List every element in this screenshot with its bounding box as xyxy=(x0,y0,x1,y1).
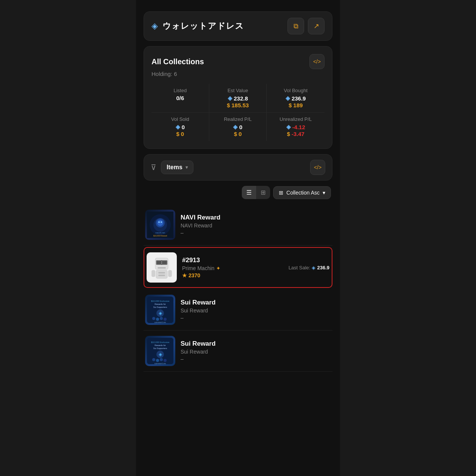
realized-pl-eth: 0 xyxy=(239,124,242,130)
stat-listed-value: 0/6 xyxy=(155,95,206,101)
sort-label: Collection Asc xyxy=(286,190,320,196)
last-sale-eth-icon: ◈ xyxy=(312,265,315,270)
stat-vol-bought-label: Vol Bought xyxy=(270,88,321,93)
svg-point-41 xyxy=(156,359,159,362)
view-toggle: ☰ ⊞ xyxy=(242,186,270,199)
svg-point-5 xyxy=(158,221,160,223)
vol-bought-eth: 236.9 xyxy=(292,95,306,102)
est-value-usd: 185.53 xyxy=(232,102,249,108)
collections-title: All Collections xyxy=(151,57,204,66)
list-view-button[interactable]: ☰ xyxy=(242,186,256,199)
svg-rect-19 xyxy=(168,270,172,277)
star-icon: ★ xyxy=(182,272,187,278)
stat-realized-pl: Realized P/L ◈ 0 $ 0 xyxy=(209,113,267,141)
nft-collection-sui1: Sui Reward xyxy=(181,308,331,314)
svg-point-31 xyxy=(160,317,163,320)
nft-name-prime: #2913 xyxy=(182,257,283,264)
usd-icon-3: $ xyxy=(176,131,179,137)
vol-sold-usd: 0 xyxy=(181,131,184,137)
nft-dash-sui2: – xyxy=(181,356,331,362)
collections-header: All Collections </> xyxy=(151,54,325,69)
svg-text:$10,000 Exclusive: $10,000 Exclusive xyxy=(151,300,170,302)
nft-items-list: navxfi.net $10,000 Reward NAVI Reward NA… xyxy=(144,204,332,372)
last-sale-value: 236.9 xyxy=(317,265,329,270)
nft-dash-navi: – xyxy=(181,230,331,236)
header-left: ◈ ウォレットアドレス xyxy=(151,20,244,32)
stat-unrealized-pl: Unrealized P/L ◈ -4.12 $ -3.47 xyxy=(267,113,325,141)
copy-button[interactable]: ⧉ xyxy=(287,18,304,34)
vol-bought-usd: 189 xyxy=(293,102,303,108)
stat-listed: Listed 0/6 xyxy=(151,84,209,113)
copy-icon: ⧉ xyxy=(294,22,298,30)
eth-icon-3: ◈ xyxy=(176,124,180,130)
nft-thumb-sui1: $10,000 Exclusive Rewards for Sui Suppor… xyxy=(145,295,175,325)
usd-icon: $ xyxy=(227,102,230,108)
unrealized-pl-usd: -3.47 xyxy=(292,131,304,137)
nft-name-sui1: Sui Reward xyxy=(181,299,331,306)
nft-name-navi: NAVI Reward xyxy=(181,214,331,221)
collections-embed-button[interactable]: </> xyxy=(309,54,325,69)
stat-unrealized-pl-values: ◈ -4.12 $ -3.47 xyxy=(270,124,321,137)
nft-item-navi[interactable]: navxfi.net $10,000 Reward NAVI Reward NA… xyxy=(144,204,332,246)
stat-est-value: Est Value ◈ 232.8 $ 185.53 xyxy=(209,84,267,113)
stat-vol-bought-values: ◈ 236.9 $ 189 xyxy=(270,95,321,108)
filter-embed-icon: </> xyxy=(314,164,321,170)
nft-thumb-prime xyxy=(147,252,177,283)
stat-vol-bought: Vol Bought ◈ 236.9 $ 189 xyxy=(267,84,325,113)
header-actions: ⧉ ↗ xyxy=(287,18,325,34)
svg-point-6 xyxy=(161,221,162,223)
eth-icon-2: ◈ xyxy=(286,95,290,102)
nft-name-sui2: Sui Reward xyxy=(181,340,331,348)
svg-text:Sui Supporters: Sui Supporters xyxy=(153,347,167,349)
stat-vol-sold-values: ◈ 0 $ 0 xyxy=(155,124,206,137)
phone-container: ◈ ウォレットアドレス ⧉ ↗ All Collections </> Hold… xyxy=(136,0,340,476)
items-dropdown[interactable]: Items ▾ xyxy=(161,161,193,174)
svg-rect-21 xyxy=(158,275,165,276)
svg-rect-17 xyxy=(156,270,167,278)
nft-rank-prime: ★ 2370 xyxy=(182,272,283,278)
stat-listed-label: Listed xyxy=(155,88,206,93)
svg-rect-20 xyxy=(158,272,165,274)
nft-item-prime[interactable]: #2913 Prime Machin ✦ ★ 2370 Last Sale: ◈… xyxy=(144,247,332,288)
svg-text:◈: ◈ xyxy=(159,311,162,316)
stat-realized-pl-values: ◈ 0 $ 0 xyxy=(212,124,264,137)
filter-icon[interactable]: ⊽ xyxy=(151,163,156,172)
grid-view-button[interactable]: ⊞ xyxy=(256,186,270,199)
est-value-eth: 232.8 xyxy=(234,95,248,102)
usd-icon-4: $ xyxy=(234,131,237,137)
realized-pl-usd: 0 xyxy=(238,131,241,137)
filter-left: ⊽ Items ▾ xyxy=(151,161,193,174)
nft-thumb-navi: navxfi.net $10,000 Reward xyxy=(145,210,175,240)
nft-info-sui1: Sui Reward Sui Reward – xyxy=(181,299,331,321)
sort-chevron-icon: ▾ xyxy=(323,190,325,196)
nft-item-sui1[interactable]: $10,000 Exclusive Rewards for Sui Suppor… xyxy=(144,289,332,331)
sort-button[interactable]: ⊞ Collection Asc ▾ xyxy=(273,186,331,199)
svg-text:Rewards for: Rewards for xyxy=(155,344,166,346)
external-link-button[interactable]: ↗ xyxy=(308,18,325,34)
last-sale-label: Last Sale: xyxy=(289,265,311,270)
svg-text:suireward.org: suireward.org xyxy=(155,321,166,323)
svg-rect-12 xyxy=(157,261,161,264)
svg-point-30 xyxy=(156,318,159,321)
svg-rect-18 xyxy=(151,270,155,277)
stat-vol-sold-label: Vol Sold xyxy=(155,116,206,122)
sort-grid-icon: ⊞ xyxy=(279,190,283,196)
stat-est-value-label: Est Value xyxy=(212,88,264,93)
nft-collection-navi: NAVI Reward xyxy=(181,223,331,229)
nft-item-sui2[interactable]: $10,000 Exclusive Rewards for Sui Suppor… xyxy=(144,331,332,372)
filter-embed-button[interactable]: </> xyxy=(310,160,325,175)
drop-icon: ◈ xyxy=(151,21,158,31)
verified-icon: ✦ xyxy=(216,265,221,271)
svg-point-42 xyxy=(160,358,163,361)
svg-text:◈: ◈ xyxy=(159,352,162,357)
svg-text:Sui Supporters: Sui Supporters xyxy=(153,306,167,308)
nft-info-navi: NAVI Reward NAVI Reward – xyxy=(181,214,331,236)
eth-icon: ◈ xyxy=(228,95,232,102)
stat-vol-sold: Vol Sold ◈ 0 $ 0 xyxy=(151,113,209,141)
svg-point-29 xyxy=(152,317,155,320)
usd-icon-5: $ xyxy=(287,131,290,137)
eth-icon-4: ◈ xyxy=(233,124,238,130)
items-chevron-icon: ▾ xyxy=(185,165,188,170)
svg-rect-13 xyxy=(162,261,167,264)
stat-realized-pl-label: Realized P/L xyxy=(212,116,264,122)
